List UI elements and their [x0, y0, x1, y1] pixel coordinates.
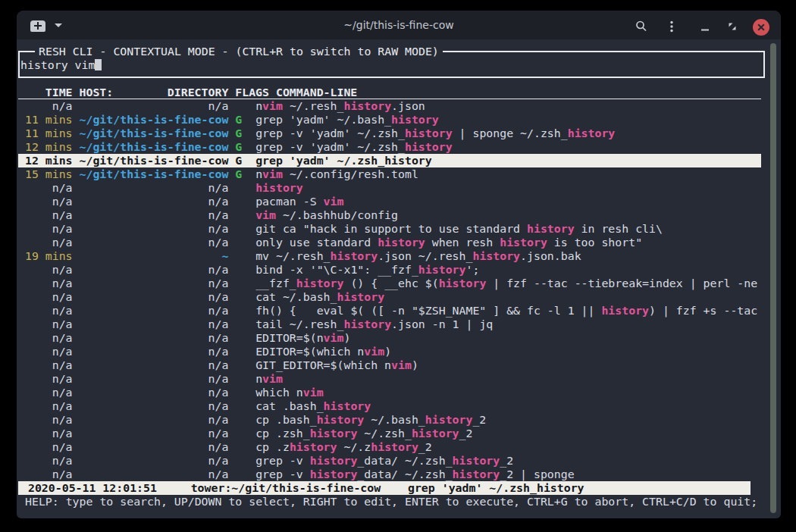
row-time: n/a: [18, 386, 80, 399]
match-highlight: history: [405, 127, 453, 140]
row-time: n/a: [18, 181, 80, 195]
history-row[interactable]: 12 mins ~/git/this-is-fine-cow G grep -v…: [18, 140, 453, 154]
row-directory: n/a: [80, 358, 229, 372]
row-time: n/a: [18, 413, 80, 427]
row-directory: n/a: [80, 195, 229, 208]
row-directory: ~/git/this-is-fine-cow: [80, 167, 229, 181]
history-row[interactable]: n/a n/a nvim: [18, 372, 283, 386]
match-highlight: history: [296, 277, 344, 290]
row-command: cat .bash_history: [255, 399, 371, 413]
history-row[interactable]: n/a n/a vim ~/.bashhub/config: [18, 208, 398, 222]
row-flags: [228, 304, 255, 318]
row-command: grep -v 'yadm' ~/.zsh_history | sponge ~…: [255, 127, 615, 140]
row-flags: [228, 386, 255, 399]
history-row[interactable]: 15 mins ~/git/this-is-fine-cow G nvim ~/…: [18, 167, 418, 181]
row-time: n/a: [18, 399, 80, 413]
row-command: grep 'yadm' ~/.zsh_history: [255, 154, 432, 167]
row-flags: [228, 290, 255, 304]
history-row[interactable]: n/a n/a history: [18, 181, 303, 195]
search-box: RESH CLI - CONTEXTUAL MODE - (CTRL+R to …: [18, 51, 765, 78]
row-flags: [228, 345, 255, 358]
row-flags: [228, 277, 255, 290]
row-command: tail ~/.resh_history.json -n 1 | jq: [255, 318, 493, 331]
row-flags: [228, 440, 255, 454]
scrollbar-thumb[interactable]: [770, 43, 776, 513]
row-command: which nvim: [255, 386, 323, 399]
row-flags: [228, 454, 255, 468]
match-highlight: vim: [255, 208, 276, 222]
match-highlight: history: [384, 154, 432, 167]
history-row[interactable]: n/a n/a grep -v history_data/ ~/.zsh_his…: [18, 454, 513, 468]
row-command: pacman -S vim: [255, 195, 343, 208]
history-row[interactable]: n/a n/a GIT_EDITOR=$(which nvim): [18, 358, 418, 372]
history-row[interactable]: n/a n/a pacman -S vim: [18, 195, 343, 208]
match-highlight: history: [337, 290, 385, 304]
match-highlight: history: [310, 468, 358, 481]
row-command: bind -x '"\C-x1": __fzf_history';: [255, 263, 479, 277]
history-row[interactable]: n/a n/a nvim ~/.resh_history.json: [18, 99, 425, 113]
row-time: n/a: [18, 318, 80, 331]
row-directory: n/a: [80, 399, 229, 413]
row-time: n/a: [18, 263, 80, 277]
row-command: only use standard history when resh hist…: [255, 236, 642, 249]
row-flags: G: [228, 113, 255, 127]
row-command: cat ~/.bash_history: [255, 290, 384, 304]
row-time: 12 mins: [18, 140, 80, 154]
match-highlight: history: [371, 440, 418, 454]
row-directory: n/a: [80, 236, 229, 249]
row-flags: [228, 372, 255, 386]
row-command: cp .zsh_history ~/.zsh_history_2: [255, 427, 472, 440]
row-flags: [228, 99, 255, 113]
history-row-selected[interactable]: 12 mins ~/git/this-is-fine-cow G grep 'y…: [18, 154, 761, 167]
row-time: n/a: [18, 440, 80, 454]
row-directory: ~/git/this-is-fine-cow: [80, 154, 229, 167]
row-flags: G: [228, 140, 255, 154]
row-flags: [228, 208, 255, 222]
row-flags: [228, 222, 255, 236]
history-row[interactable]: n/a n/a EDITOR=$(which nvim): [18, 345, 391, 358]
table-header: TIME HOST: DIRECTORY FLAGS COMMAND-LINE: [18, 86, 761, 99]
match-highlight: vim: [391, 358, 412, 372]
history-row[interactable]: n/a n/a fh() { eval $( ([ -n "$ZSH_NAME"…: [18, 304, 757, 318]
row-directory: n/a: [80, 208, 229, 222]
row-directory: n/a: [80, 277, 229, 290]
row-time: 11 mins: [18, 113, 80, 127]
row-directory: n/a: [80, 222, 229, 236]
search-icon[interactable]: [635, 20, 647, 33]
history-row[interactable]: 19 mins ~ mv ~/.resh_history.json ~/.res…: [18, 249, 581, 263]
match-highlight: history: [601, 304, 649, 318]
search-input[interactable]: history vim: [20, 58, 102, 72]
history-row[interactable]: n/a n/a EDITOR=$(nvim): [18, 331, 350, 345]
match-highlight: vim: [324, 331, 344, 345]
row-directory: n/a: [80, 290, 229, 304]
restore-button[interactable]: [726, 20, 738, 33]
history-row[interactable]: n/a n/a cp .bash_history ~/.bash_history…: [18, 413, 486, 427]
history-row[interactable]: n/a n/a tail ~/.resh_history.json -n 1 |…: [18, 318, 493, 331]
match-highlight: history: [391, 113, 439, 127]
history-row[interactable]: n/a n/a cat ~/.bash_history: [18, 290, 384, 304]
history-row[interactable]: n/a n/a cp .zsh_history ~/.zsh_history_2: [18, 427, 472, 440]
match-highlight: history: [568, 127, 616, 140]
history-row[interactable]: n/a n/a cp .zhistory ~/.zhistory_2: [18, 440, 432, 454]
history-row[interactable]: n/a n/a bind -x '"\C-x1": __fzf_history'…: [18, 263, 479, 277]
row-time: n/a: [18, 372, 80, 386]
history-row[interactable]: n/a n/a git ca "hack in support to use s…: [18, 222, 663, 236]
row-directory: n/a: [80, 304, 229, 318]
history-row[interactable]: 11 mins ~/git/this-is-fine-cow G grep -v…: [18, 127, 615, 140]
minimize-button[interactable]: [699, 20, 711, 33]
row-time: n/a: [18, 222, 80, 236]
history-row[interactable]: n/a n/a which nvim: [18, 386, 324, 399]
row-flags: G: [228, 127, 255, 140]
history-row[interactable]: n/a n/a __fzf_history () { __ehc $(histo…: [18, 277, 757, 290]
row-directory: n/a: [80, 386, 229, 399]
terminal-window: ~/git/this-is-fine-cow RESH CLI - CONTEX…: [17, 11, 781, 518]
menu-kebab-icon[interactable]: [666, 20, 678, 33]
history-row[interactable]: n/a n/a only use standard history when r…: [18, 236, 642, 249]
history-row[interactable]: 11 mins ~/git/this-is-fine-cow G grep 'y…: [18, 113, 439, 127]
row-time: 12 mins: [18, 154, 80, 167]
close-button[interactable]: [753, 19, 769, 36]
history-row[interactable]: n/a n/a cat .bash_history: [18, 399, 371, 413]
match-highlight: history: [412, 427, 459, 440]
row-time: 19 mins: [18, 249, 80, 263]
history-row[interactable]: n/a n/a grep -v history_data/ ~/.zsh_his…: [18, 468, 575, 481]
